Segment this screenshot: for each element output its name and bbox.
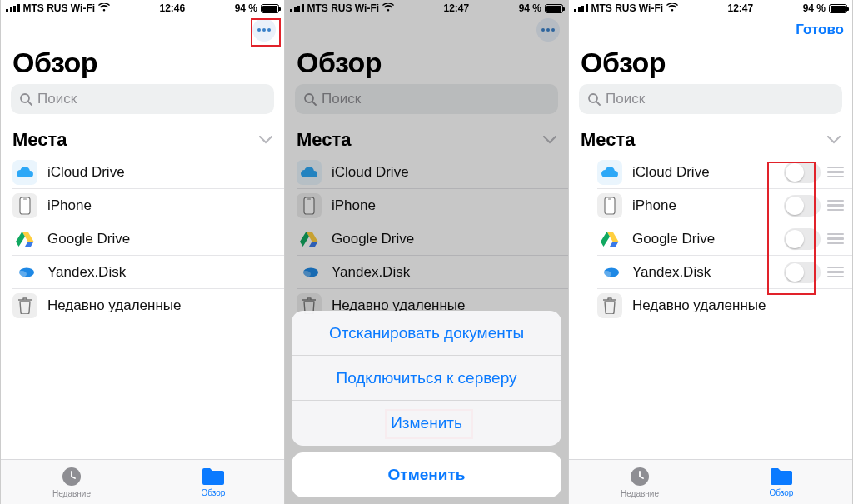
svg-rect-16	[608, 198, 611, 199]
drag-handle-icon[interactable]	[827, 167, 844, 178]
row-label: iPhone	[47, 197, 276, 214]
toggle-iphone[interactable]	[784, 195, 821, 217]
chevron-down-icon[interactable]	[259, 132, 272, 147]
row-iphone[interactable]: iPhone	[597, 189, 852, 222]
toggle-icloud[interactable]	[784, 162, 821, 183]
tab-label: Обзор	[770, 488, 794, 497]
svg-rect-3	[23, 198, 27, 199]
tab-recent[interactable]: Недавние	[569, 460, 711, 504]
tab-label: Обзор	[202, 488, 226, 497]
search-placeholder: Поиск	[37, 91, 77, 107]
action-edit[interactable]: Изменить	[292, 401, 561, 446]
row-yandex[interactable]: Yandex.Disk	[12, 256, 284, 289]
page-title: Обзор	[285, 43, 568, 84]
tab-recent[interactable]: Недавние	[1, 460, 142, 504]
row-label: Недавно удаленные	[632, 297, 844, 314]
svg-point-11	[303, 267, 318, 277]
row-icloud[interactable]: iCloud Drive	[12, 156, 284, 189]
row-trash[interactable]: Недавно удаленные	[12, 289, 284, 322]
carrier-label: MTS RUS Wi-Fi	[591, 2, 664, 14]
search-icon	[303, 92, 317, 106]
tab-browse[interactable]: Обзор	[711, 460, 852, 504]
search-input[interactable]: Поиск	[579, 84, 842, 114]
battery-pct: 94 %	[803, 2, 826, 14]
yandex-disk-icon	[12, 260, 37, 285]
svg-point-12	[301, 271, 311, 277]
section-label: Места	[581, 129, 636, 151]
status-time: 12:47	[444, 2, 470, 14]
tab-browse[interactable]: Обзор	[142, 460, 284, 504]
tab-label: Недавние	[621, 489, 659, 498]
row-label: Google Drive	[47, 231, 276, 247]
row-yandex[interactable]: Yandex.Disk	[597, 256, 852, 289]
more-button[interactable]	[536, 18, 560, 42]
more-button[interactable]	[252, 18, 276, 42]
status-time: 12:46	[160, 2, 186, 14]
cloud-icon	[12, 160, 37, 185]
search-placeholder: Поиск	[322, 91, 361, 107]
row-label: Google Drive	[332, 231, 560, 247]
row-label: iPhone	[632, 197, 784, 214]
cloud-icon	[297, 160, 322, 185]
row-icloud[interactable]: iCloud Drive	[297, 156, 568, 189]
action-sheet: Отсканировать документы Подключиться к с…	[292, 311, 561, 497]
toggle-gdrive[interactable]	[784, 228, 821, 250]
page-title: Обзор	[569, 43, 852, 84]
row-gdrive[interactable]: Google Drive	[597, 222, 852, 256]
chevron-down-icon[interactable]	[543, 132, 556, 147]
screen-2: MTS RUS Wi-Fi 12:47 94 % Обзор Поиск Мес…	[285, 0, 569, 504]
tab-bar: Недавние Обзор	[1, 459, 284, 504]
screen-3: MTS RUS Wi-Fi 12:47 94 % Готово Обзор По…	[569, 0, 853, 504]
drag-handle-icon[interactable]	[827, 200, 844, 212]
svg-point-7	[305, 94, 313, 102]
carrier-label: MTS RUS Wi-Fi	[307, 2, 380, 14]
row-label: Недавно удаленные	[47, 297, 276, 314]
svg-point-5	[17, 271, 27, 277]
row-trash[interactable]: Недавно удаленные	[597, 289, 852, 322]
battery-icon	[261, 4, 279, 13]
row-label: Yandex.Disk	[332, 264, 560, 281]
done-button[interactable]: Готово	[796, 22, 844, 38]
search-input[interactable]: Поиск	[11, 84, 274, 114]
clock-icon	[629, 466, 651, 487]
phone-icon	[597, 193, 622, 218]
wifi-icon	[98, 2, 110, 14]
drag-handle-icon[interactable]	[827, 233, 844, 245]
gdrive-icon	[12, 227, 37, 252]
search-icon	[19, 92, 32, 106]
row-label: iCloud Drive	[332, 164, 560, 181]
cloud-icon	[597, 160, 622, 185]
svg-rect-2	[20, 197, 30, 214]
trash-icon	[597, 293, 622, 318]
svg-point-18	[601, 271, 611, 277]
action-connect[interactable]: Подключиться к серверу	[292, 356, 561, 401]
trash-icon	[12, 293, 37, 318]
row-label: iCloud Drive	[47, 164, 276, 181]
drag-handle-icon[interactable]	[827, 267, 844, 278]
row-iphone[interactable]: iPhone	[297, 189, 568, 222]
screen-1: MTS RUS Wi-Fi 12:46 94 % Обзор Поиск Мес…	[1, 0, 285, 504]
svg-rect-15	[605, 197, 615, 214]
row-yandex[interactable]: Yandex.Disk	[297, 256, 568, 289]
wifi-icon	[666, 2, 678, 14]
battery-icon	[545, 4, 563, 13]
search-input[interactable]: Поиск	[295, 84, 558, 114]
toggle-yandex[interactable]	[784, 262, 821, 283]
row-icloud[interactable]: iCloud Drive	[597, 156, 852, 189]
status-bar: MTS RUS Wi-Fi 12:46 94 %	[1, 0, 284, 17]
row-label: iCloud Drive	[632, 164, 784, 181]
signal-bars-icon	[574, 4, 588, 12]
search-placeholder: Поиск	[606, 91, 645, 107]
yandex-disk-icon	[297, 260, 322, 285]
row-gdrive[interactable]: Google Drive	[297, 222, 568, 256]
svg-line-8	[312, 102, 316, 105]
yandex-disk-icon	[597, 260, 622, 285]
row-gdrive[interactable]: Google Drive	[12, 222, 284, 256]
phone-icon	[297, 193, 322, 218]
row-iphone[interactable]: iPhone	[12, 189, 284, 222]
phone-icon	[12, 193, 37, 218]
chevron-down-icon[interactable]	[827, 132, 841, 147]
action-cancel[interactable]: Отменить	[292, 452, 561, 497]
carrier-label: MTS RUS Wi-Fi	[23, 2, 96, 14]
action-scan[interactable]: Отсканировать документы	[292, 311, 561, 356]
